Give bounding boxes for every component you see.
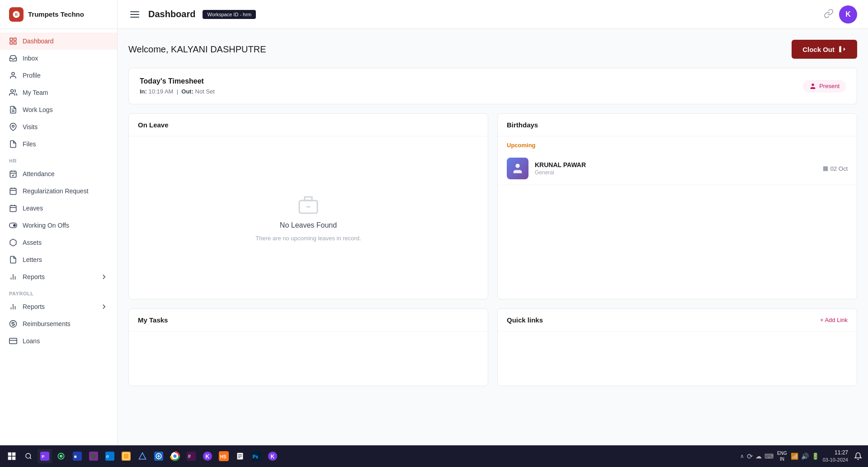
taskbar-app-8[interactable] <box>151 449 166 463</box>
svg-rect-42 <box>12 453 16 456</box>
sidebar-item-loans[interactable]: Loans <box>0 332 117 350</box>
taskbar-language: ENG IN <box>777 450 787 462</box>
svg-rect-9 <box>10 171 16 177</box>
bottom-grid: My Tasks Quick links + Add Link <box>128 308 857 386</box>
taskbar-app-hs[interactable]: HS <box>217 449 231 463</box>
svg-rect-37 <box>823 166 828 171</box>
svg-point-51 <box>60 455 63 458</box>
sidebar-item-work-logs-label: Work Logs <box>23 106 53 113</box>
taskbar-sys-tray: ∧ ⟳ ☁ ⌨ <box>740 452 774 461</box>
taskbar-notification-button[interactable] <box>852 450 864 462</box>
user-avatar[interactable]: K <box>839 5 857 23</box>
header-left: Dashboard Workspace ID - hrm <box>128 9 256 19</box>
sidebar-item-work-logs[interactable]: Work Logs <box>0 101 117 118</box>
hamburger-button[interactable] <box>128 9 141 19</box>
sidebar-item-dashboard[interactable]: Dashboard <box>0 33 117 50</box>
sidebar-item-inbox[interactable]: Inbox <box>0 50 117 67</box>
svg-point-65 <box>173 454 176 458</box>
svg-rect-43 <box>8 457 12 460</box>
taskbar-app-circle-k2[interactable]: K <box>265 449 280 463</box>
taskbar-app-5[interactable]: e <box>103 449 117 463</box>
sidebar-item-my-team[interactable]: My Team <box>0 84 117 101</box>
birthday-avatar <box>507 158 528 179</box>
taskbar-up-arrow[interactable]: ∧ <box>740 453 744 459</box>
sidebar-item-my-team-label: My Team <box>23 89 48 96</box>
taskbar-search[interactable] <box>21 449 36 463</box>
sidebar-item-reports-payroll[interactable]: Reports <box>0 298 117 315</box>
svg-text:Ps: Ps <box>253 454 259 459</box>
taskbar-start-button[interactable] <box>4 448 20 464</box>
on-leave-empty-state: No Leaves Found There are no upcoming le… <box>138 145 479 290</box>
sidebar-item-loans-label: Loans <box>23 337 40 345</box>
main-content: Dashboard Workspace ID - hrm K Welcome, … <box>118 0 868 445</box>
svg-point-5 <box>11 89 14 92</box>
birthday-info: KRUNAL PAWAR General <box>535 161 816 176</box>
svg-rect-17 <box>10 205 16 212</box>
sidebar-item-working-on-offs[interactable]: Working On Offs <box>0 217 117 234</box>
taskbar-app-notes[interactable] <box>233 449 247 463</box>
svg-rect-59 <box>123 453 129 459</box>
no-leaves-sub: There are no upcoming leaves in record. <box>255 235 361 242</box>
svg-text:e: e <box>106 453 109 459</box>
sidebar-item-attendance[interactable]: Attendance <box>0 165 117 182</box>
sidebar-item-regularization[interactable]: Regularization Request <box>0 182 117 200</box>
timesheet-times: In: 10:19 AM | Out: Not Set <box>140 88 215 95</box>
on-leave-body: No Leaves Found There are no upcoming le… <box>129 136 488 299</box>
sidebar-item-leaves[interactable]: Leaves <box>0 200 117 217</box>
birthday-date-value: 02 Oct <box>830 165 848 172</box>
taskbar-app-chrome[interactable] <box>168 449 182 463</box>
taskbar-volume-icon[interactable]: 🔊 <box>801 453 809 460</box>
svg-text:K: K <box>270 453 274 460</box>
svg-rect-1 <box>14 38 16 40</box>
dashboard-grid: On Leave No Leaves Found There are no up… <box>128 113 857 299</box>
taskbar-app-4[interactable]: 🎥 <box>86 449 101 463</box>
timesheet-info: Today's Timesheet In: 10:19 AM | Out: No… <box>140 77 215 95</box>
svg-rect-32 <box>9 338 17 344</box>
taskbar-cloud-icon[interactable]: ☁ <box>755 453 762 460</box>
taskbar-app-3[interactable]: ■ <box>70 449 85 463</box>
dashboard-content: Welcome, KALYANI DASHPUTRE Clock Out Tod… <box>118 29 868 445</box>
taskbar-network-icon[interactable]: ⟳ <box>747 452 753 461</box>
sidebar-item-reports-hr[interactable]: Reports <box>0 268 117 285</box>
sidebar-item-letters-label: Letters <box>23 256 42 263</box>
taskbar-app-ps[interactable]: Ps <box>249 449 264 463</box>
payroll-section-label: PAYROLL <box>0 285 117 298</box>
timesheet-card: Today's Timesheet In: 10:19 AM | Out: No… <box>128 68 857 104</box>
sidebar-item-visits[interactable]: Visits <box>0 118 117 135</box>
sidebar-item-letters[interactable]: Letters <box>0 251 117 268</box>
my-tasks-header: My Tasks <box>129 309 488 332</box>
sidebar-item-profile-label: Profile <box>23 72 41 79</box>
birthdays-card: Birthdays Upcoming KRUNAL PAWAR General <box>497 113 857 299</box>
taskbar-status-icons: 📶 🔊 🔋 <box>791 453 819 460</box>
welcome-bar: Welcome, KALYANI DASHPUTRE Clock Out <box>128 40 857 59</box>
quick-links-header: Quick links + Add Link <box>498 309 857 332</box>
sidebar-item-inbox-label: Inbox <box>23 55 38 62</box>
svg-line-46 <box>30 458 31 459</box>
taskbar-keyboard-icon[interactable]: ⌨ <box>764 453 774 460</box>
sidebar-item-regularization-label: Regularization Request <box>23 187 89 195</box>
sidebar-item-profile[interactable]: Profile <box>0 67 117 84</box>
taskbar-app-6[interactable] <box>119 449 133 463</box>
link-icon[interactable] <box>824 9 834 20</box>
timesheet-title: Today's Timesheet <box>140 77 215 85</box>
sidebar-item-reports-payroll-label: Reports <box>23 303 45 310</box>
taskbar-app-2[interactable] <box>54 449 68 463</box>
svg-text:K: K <box>205 453 209 460</box>
sidebar-item-assets[interactable]: Assets <box>0 234 117 251</box>
sidebar-item-visits-label: Visits <box>23 123 38 131</box>
add-link-button[interactable]: + Add Link <box>820 317 848 323</box>
taskbar-wifi-icon[interactable]: 📶 <box>791 453 798 460</box>
taskbar-app-7[interactable] <box>135 449 150 463</box>
taskbar-battery-icon[interactable]: 🔋 <box>811 453 819 460</box>
sidebar-item-leaves-label: Leaves <box>23 205 43 212</box>
svg-rect-13 <box>10 188 16 195</box>
clock-out-button[interactable]: Clock Out <box>792 40 857 59</box>
taskbar-app-1[interactable]: P <box>38 449 52 463</box>
sidebar-item-files[interactable]: Files <box>0 135 117 153</box>
sidebar-item-reports-hr-label: Reports <box>23 273 45 280</box>
taskbar-app-circle-k[interactable]: K <box>200 449 215 463</box>
sidebar-item-reimbursements[interactable]: Reimbursements <box>0 315 117 332</box>
taskbar-app-slack[interactable]: # <box>184 449 198 463</box>
svg-rect-44 <box>12 457 16 460</box>
birthdays-upcoming-label: Upcoming <box>498 136 857 152</box>
